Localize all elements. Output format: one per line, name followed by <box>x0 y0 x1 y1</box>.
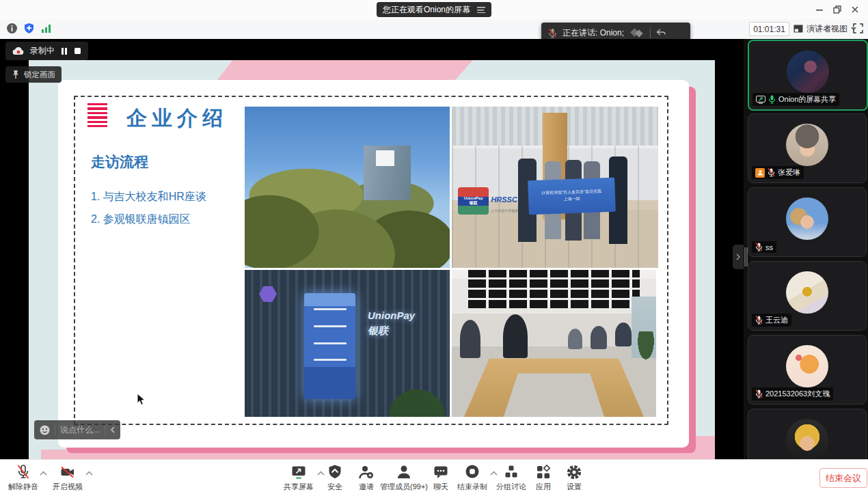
mic-muted-icon <box>16 464 31 480</box>
pin-icon <box>12 70 20 79</box>
mic-muted-icon <box>755 390 763 398</box>
member-badge-icon <box>755 168 765 178</box>
lock-view-button[interactable]: 锁定画面 <box>5 66 62 83</box>
back-arrow-icon[interactable] <box>656 29 666 37</box>
sidebar-drag-handle[interactable] <box>744 247 748 266</box>
video-options-caret[interactable] <box>85 471 93 476</box>
participants-sidebar: Onion的屏幕共享 张爱琳 ss <box>744 39 868 459</box>
share-screen-icon <box>290 464 307 480</box>
network-signal-icon[interactable] <box>41 24 53 36</box>
fullscreen-button[interactable] <box>852 23 864 34</box>
blue-banner: 计算机学院“百人走百企”走访实践 上海一组 <box>528 178 615 215</box>
meeting-toolbar: 解除静音 开启视频 共享屏幕 安全 邀请 <box>0 459 868 492</box>
participant-tile-partial[interactable] <box>748 409 867 459</box>
view-mode-label: 演讲者视图 <box>806 23 847 35</box>
settings-label: 设置 <box>567 482 582 492</box>
unionpay-cn: 银联 <box>470 200 478 206</box>
restore-button[interactable] <box>831 4 843 15</box>
fullscreen-icon <box>852 23 864 34</box>
settings-gear-icon <box>566 464 582 480</box>
unionpay-wall-logo: UnionPay 银联 <box>368 308 415 339</box>
toast-separator <box>650 27 651 38</box>
avatar <box>786 419 828 459</box>
view-mode-selector[interactable]: 演讲者视图 <box>794 22 856 36</box>
building-sign <box>376 150 394 167</box>
recording-label: 录制中 <box>30 45 55 57</box>
person-silhouette <box>615 323 632 346</box>
mic-muted-icon <box>755 316 763 325</box>
mouse-cursor <box>137 393 146 406</box>
participant-tile[interactable]: ss <box>748 187 867 257</box>
speaking-toast-text: 正在讲话: Onion; <box>562 27 624 39</box>
screen-share-icon <box>756 96 765 104</box>
recording-indicator: 录制中 <box>5 42 88 60</box>
participant-tile[interactable]: 张爱琳 <box>748 113 867 183</box>
plant-shape <box>384 385 450 417</box>
participant-name: 张爱琳 <box>778 167 800 178</box>
participant-tile-onion-screen-share[interactable]: Onion的屏幕共享 <box>748 40 868 111</box>
participant-label: 2021532063刘文瑰 <box>752 387 833 400</box>
person-silhouette <box>591 326 607 349</box>
shared-screen-area: 企业介绍 走访流程 1. 与吉大校友和HR座谈 2. 参观银联唐镇园区 Unio… <box>0 39 744 459</box>
photo-unionpay-wall: UnionPay 银联 <box>245 270 450 417</box>
watching-screen-pill[interactable]: 您正在观看Onion的屏幕 <box>377 2 491 17</box>
slide-section-heading: 走访流程 <box>91 152 148 172</box>
meeting-logo-icon <box>629 28 645 38</box>
mic-on-icon <box>768 95 776 104</box>
meeting-timer: 01:01:31 <box>749 22 789 36</box>
start-video-button[interactable]: 开启视频 <box>39 464 96 492</box>
speaker-view-icon <box>794 25 803 33</box>
settings-button[interactable]: 设置 <box>545 464 603 492</box>
photo-group-banner: UnionPay 银联 HRSSC 人力资源共享服务中心 计算机学院“百人走百企… <box>452 107 658 268</box>
sidebar-collapse-tab[interactable] <box>733 245 744 269</box>
members-icon <box>396 464 412 480</box>
chat-quick-bubble[interactable]: 说点什么... <box>34 420 120 439</box>
hex-light <box>259 286 277 302</box>
emoji-smiley-icon[interactable] <box>40 425 50 435</box>
person-silhouette <box>568 329 582 349</box>
close-icon <box>851 5 859 14</box>
slide-title: 企业介绍 <box>126 105 228 133</box>
room-plant <box>636 331 656 364</box>
participant-name: 2021532063刘文瑰 <box>765 389 830 399</box>
participant-name: 王云迪 <box>765 315 788 325</box>
presentation-slide-view: 企业介绍 走访流程 1. 与吉大校友和HR座谈 2. 参观银联唐镇园区 Unio… <box>29 60 715 459</box>
slide-bg-pink-strip <box>41 450 715 459</box>
avatar <box>786 271 828 314</box>
avatar <box>786 197 828 240</box>
stop-recording-button[interactable] <box>74 47 81 55</box>
unionpay-wall-cn: 银联 <box>368 323 415 339</box>
stop-record-icon <box>464 464 480 480</box>
mic-muted-icon <box>548 28 557 38</box>
mic-muted-icon <box>768 168 775 177</box>
menu-icon[interactable] <box>477 7 485 13</box>
end-meeting-label: 结束会议 <box>826 472 861 484</box>
participant-name: ss <box>765 243 773 251</box>
sign-text-line <box>314 342 347 344</box>
chat-separator <box>55 425 55 435</box>
chevron-right-icon <box>736 254 740 260</box>
collapse-left-icon[interactable] <box>110 426 115 433</box>
participant-name: Onion的屏幕共享 <box>778 94 836 105</box>
start-video-label: 开启视频 <box>53 482 83 492</box>
end-meeting-button[interactable]: 结束会议 <box>819 468 867 488</box>
participant-tile[interactable]: 王云迪 <box>748 261 867 331</box>
unionpay-wall-en: UnionPay <box>368 308 415 324</box>
pause-recording-button[interactable] <box>60 47 68 55</box>
cloud-record-icon <box>12 46 25 55</box>
avatar <box>786 124 828 166</box>
window-titlebar: 您正在观看Onion的屏幕 <box>0 0 868 20</box>
participant-tile[interactable]: 2021532063刘文瑰 <box>748 335 867 405</box>
slide-stripe-logo <box>87 103 107 129</box>
unionpay-logo-card: UnionPay 银联 <box>458 187 489 215</box>
shield-protect-icon[interactable] <box>23 23 35 34</box>
person-silhouette <box>460 320 480 358</box>
minimize-icon <box>815 5 824 14</box>
close-button[interactable] <box>849 4 861 15</box>
meeting-table <box>464 351 644 417</box>
chat-placeholder[interactable]: 说点什么... <box>60 424 100 436</box>
info-icon[interactable] <box>6 23 18 34</box>
photo-meeting-room <box>452 270 656 417</box>
minimize-button[interactable] <box>813 4 826 15</box>
restore-icon <box>833 5 841 14</box>
